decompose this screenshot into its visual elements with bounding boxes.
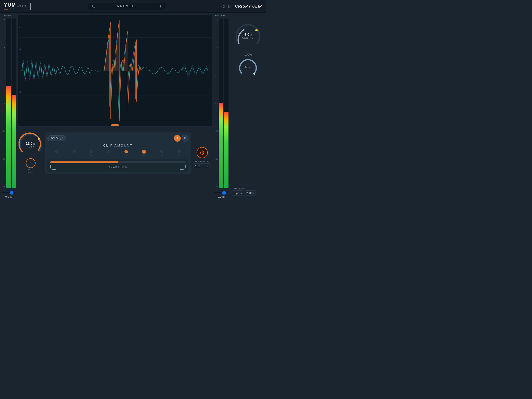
output-scale: 6-6-12-18-24-36-48 <box>213 18 218 189</box>
shape-section: SHAPE 50 % <box>47 159 189 172</box>
shape-curve-left-icon <box>50 165 56 170</box>
expand-btn-wrapper[interactable]: ^ <box>111 124 119 127</box>
oversampling-label: OVERSAMPLING <box>193 160 211 162</box>
pre-filter-section: PREFILTER <box>26 158 36 173</box>
ceiling-knob[interactable]: -8.0 dB CEILING <box>235 22 261 49</box>
dot-20[interactable] <box>178 150 180 153</box>
center-panel: 6 -6 -16 -3 -1 <box>18 13 212 200</box>
push-value: 12.0 <box>26 141 32 145</box>
input-bar-2 <box>12 19 16 188</box>
header: YUM AUDIO 0 | 0 ⬡ PRESETS ⬇ ◁ ▷ CRISPY C… <box>0 0 266 13</box>
nav-next-icon[interactable]: ▷ <box>228 4 231 9</box>
svg-point-2 <box>38 138 40 140</box>
output-bars <box>218 18 229 189</box>
nav-prev-icon[interactable]: ◁ <box>221 4 224 9</box>
oversampling-dropdown[interactable]: 16x ▲ <box>193 163 210 169</box>
logo-divider <box>30 3 31 10</box>
output-db-value: 0.0 <box>218 195 221 198</box>
crossover-hz-unit: Hz <box>251 192 254 194</box>
dot-2[interactable] <box>73 150 76 153</box>
dot-6[interactable] <box>142 150 146 154</box>
dots-row: 1 2 3 4 5 <box>47 149 189 158</box>
ceiling-value: -8.0 <box>243 33 249 37</box>
dot-5[interactable] <box>124 150 128 153</box>
output-vu-panel: OUTPUT 6-6-12-18-24-36-48 0.0 dB <box>212 13 230 200</box>
bottom-left-controls: ⏻ OVERSAMPLING 16x ▲ <box>193 132 211 169</box>
push-knob[interactable]: 12.0 dB PUSH <box>19 132 43 157</box>
shape-value: 50 <box>121 166 124 169</box>
input-db-unit: dB <box>10 196 12 198</box>
input-bars <box>6 18 17 189</box>
waveform-hline-3 <box>18 95 212 95</box>
presets-bar[interactable]: ⬡ PRESETS ⬇ <box>88 2 166 10</box>
output-bar-1 <box>219 19 223 188</box>
share-icon[interactable]: ⬡ <box>92 4 95 9</box>
dot-3[interactable] <box>90 150 93 153</box>
clip-panel-header: SOLO 🎧 A D <box>47 135 189 142</box>
logo-yum: YUM <box>4 2 16 8</box>
a-button[interactable]: A <box>174 135 181 142</box>
right-panel: -8.0 dB CEILING 100% MIX <box>230 13 266 200</box>
controls-row: 12.0 dB PUSH PREFILTER <box>18 129 212 175</box>
logo-version: 0 | 0 <box>10 8 14 10</box>
input-bar-1 <box>6 19 11 188</box>
power-button[interactable]: ⏻ <box>197 147 208 158</box>
clip-panel: SOLO 🎧 A D CLIP AMOUNT <box>45 132 191 174</box>
pre-filter-label: PREFILTER <box>27 169 35 173</box>
dot-item-12[interactable]: 12 <box>160 150 163 157</box>
ab-buttons: A D <box>174 135 189 142</box>
output-slider-row[interactable] <box>214 190 228 194</box>
crossover-frequency-dropdown[interactable]: High ▲ <box>232 190 244 196</box>
download-icon[interactable]: ⬇ <box>159 4 162 8</box>
dot-12[interactable] <box>160 150 163 153</box>
push-unit: dB <box>33 143 36 145</box>
expand-button[interactable]: ^ <box>111 124 119 127</box>
solo-button[interactable]: SOLO 🎧 <box>47 135 66 141</box>
waveform-scale: 6 -6 -16 -3 -1 <box>19 15 22 126</box>
input-scale: 6-6-12-18-24-36-48 <box>1 18 5 189</box>
waveform-hline-2 <box>18 71 212 71</box>
dot-1[interactable] <box>55 150 58 153</box>
dot-4[interactable] <box>107 150 110 153</box>
dot-item-20[interactable]: 20 <box>178 150 180 157</box>
shape-label: SHAPE <box>108 166 120 169</box>
dot-item-6[interactable]: 6 <box>142 150 146 157</box>
shape-value-display: SHAPE 50 % <box>108 166 127 169</box>
dot-item-3[interactable]: 3 <box>90 150 93 157</box>
logo-audio: AUDIO <box>17 5 27 7</box>
chevron-up-icon: ▲ <box>206 165 208 168</box>
dot-item-1[interactable]: 1 <box>55 150 58 157</box>
mix-knob[interactable]: MIX <box>238 57 257 76</box>
input-slider-row[interactable] <box>2 190 16 194</box>
input-slider[interactable] <box>2 192 16 193</box>
crossover-section: CROSSOVER High ▲ 250 Hz <box>232 187 264 198</box>
shape-slider-visual <box>50 161 186 163</box>
mix-section: 100% MIX <box>238 53 257 76</box>
d-button[interactable]: D <box>182 135 189 142</box>
ceiling-label: CEILING <box>242 37 254 39</box>
presets-label: PRESETS <box>97 4 157 8</box>
header-nav: ◁ ▷ CRISPY CLIP <box>221 4 262 9</box>
dot-item-2[interactable]: 2 <box>73 150 76 157</box>
crossover-controls: High ▲ 250 Hz <box>232 190 264 196</box>
output-slider[interactable] <box>214 192 228 193</box>
mix-label: MIX <box>245 66 251 69</box>
output-bar-2-fill <box>224 112 229 188</box>
input-bar-1-fill <box>6 86 11 188</box>
clip-amount-label: CLIP AMOUNT <box>47 144 189 147</box>
waveform-hline-1 <box>18 37 212 37</box>
oversampling-value: 16x <box>195 165 200 168</box>
dot-item-5[interactable]: 5 <box>124 150 128 157</box>
input-bar-2-fill <box>12 95 16 188</box>
crossover-frequency-value: High <box>234 192 239 195</box>
push-knob-display: 12.0 dB PUSH <box>26 141 36 148</box>
waveform-area: 6 -6 -16 -3 -1 <box>18 15 212 127</box>
input-vu-panel: INPUT 6-6-12-18-24-36-48 0.0 dB <box>0 13 18 200</box>
dot-item-4[interactable]: 4 <box>107 150 110 157</box>
push-label: PUSH <box>26 145 36 148</box>
ceiling-section: -8.0 dB CEILING <box>235 22 261 49</box>
output-label: OUTPUT <box>215 14 227 17</box>
pre-filter-button[interactable] <box>26 158 36 168</box>
shape-label-row: SHAPE 50 % <box>50 165 186 170</box>
svg-point-4 <box>253 73 255 75</box>
